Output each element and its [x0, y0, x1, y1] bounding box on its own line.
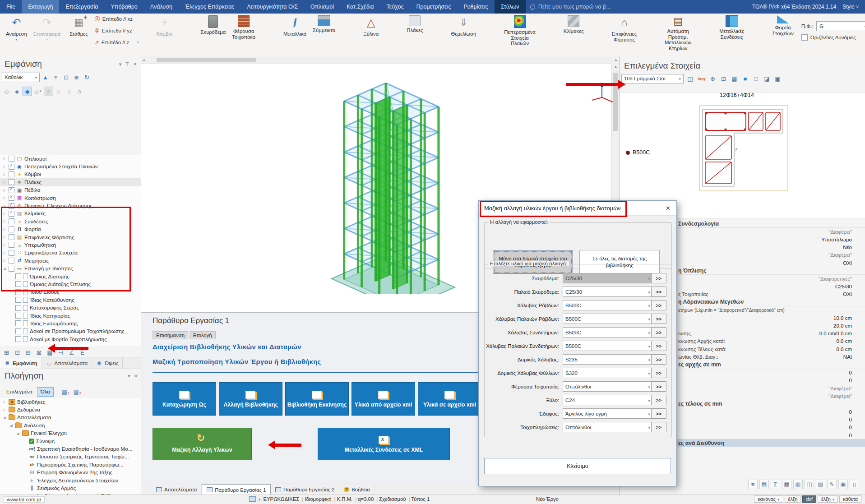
- more-options-button[interactable]: >>: [651, 341, 666, 351]
- more-options-button[interactable]: >>: [651, 408, 666, 419]
- panel-tab[interactable]: ≣ Εμφάνιση: [0, 357, 42, 369]
- redo-button[interactable]: ↷ Επαναφορά ▾: [30, 14, 64, 48]
- nav-tree-item[interactable]: ◢ Ανάλυση: [0, 421, 141, 429]
- chart-icon[interactable]: ▣: [838, 480, 848, 489]
- grid-icon[interactable]: ▦: [730, 74, 739, 83]
- tree-item[interactable]: Όμοιας Διάταξης Όπλισης: [0, 280, 141, 288]
- nav-tree-item[interactable]: ▷ B Βιβλιοθήκες: [0, 398, 141, 406]
- filter-button[interactable]: Όλα: [37, 387, 54, 397]
- material-combo[interactable]: C25/30: [563, 273, 653, 283]
- up-icon[interactable]: ▲: [41, 73, 50, 82]
- expander-icon[interactable]: ▷: [2, 172, 7, 176]
- visibility-checkbox[interactable]: [9, 242, 14, 248]
- expander-icon[interactable]: ▷: [2, 196, 7, 200]
- material-combo[interactable]: B500C: [563, 300, 653, 310]
- green-house-icon[interactable]: ⌂▾: [75, 87, 84, 96]
- library-action-button[interactable]: Υλικά από αρχείο xml: [352, 382, 415, 416]
- tree-item[interactable]: ▷ ▣ Πέδιλα: [0, 186, 141, 194]
- visibility-checkbox[interactable]: [9, 164, 14, 170]
- list-icon[interactable]: ≡: [748, 480, 758, 489]
- doc-icon[interactable]: ▯: [850, 480, 859, 489]
- ribbon-button[interactable]: Μεταλλικές Συνδέσεις: [716, 14, 747, 48]
- expander-icon[interactable]: ▷: [2, 408, 7, 412]
- copy-icon[interactable]: ▣: [773, 74, 782, 83]
- ribbon-button[interactable]: Πλάκες: [403, 14, 426, 48]
- visibility-checkbox[interactable]: [15, 336, 21, 342]
- visibility-checkbox[interactable]: [9, 227, 14, 232]
- ribbon-button[interactable]: + Κόμβοι: [153, 14, 176, 48]
- tree-item[interactable]: ▷ Π Φορτία: [0, 226, 141, 233]
- tree-item[interactable]: ▷ ⌂ Υπερωθητική: [0, 241, 141, 249]
- visibility-checkbox[interactable]: [9, 266, 14, 272]
- menu-item[interactable]: Οπλισμοί: [304, 0, 340, 14]
- properties-icon[interactable]: ▤: [45, 348, 55, 357]
- expander-icon[interactable]: ▷: [2, 243, 7, 247]
- menu-item[interactable]: Τεύχος: [380, 0, 410, 14]
- expander-icon[interactable]: ▷: [2, 219, 7, 223]
- chevron-down-icon[interactable]: ▾: [119, 61, 122, 67]
- layers-icon[interactable]: ▧: [816, 480, 825, 489]
- ribbon-button[interactable]: [338, 14, 360, 48]
- expander-icon[interactable]: ▷: [2, 180, 7, 184]
- nav-tree-item[interactable]: σε¦ Στρεπτική Ευαισθησία - Ισοδύναμο Μο.…: [0, 445, 141, 453]
- ribbon-button[interactable]: [747, 14, 769, 48]
- nav-tree-item[interactable]: ◢ Γενικοί Έλεγχοι: [0, 430, 141, 437]
- menu-item[interactable]: Έλεγχος Επάρκειας: [179, 0, 241, 14]
- frame-house-icon[interactable]: ⌂▾: [54, 87, 64, 96]
- chevron-down-icon[interactable]: ▾: [128, 373, 130, 379]
- zoom-window-icon[interactable]: ⊡: [61, 73, 71, 82]
- orbit-icon[interactable]: ↻: [82, 73, 92, 82]
- scroll-up-icon[interactable]: ▲: [612, 65, 620, 69]
- img-badge-icon[interactable]: img: [696, 74, 707, 83]
- tree-item[interactable]: ▷ ≈ Συνδέσεις: [0, 217, 141, 225]
- select-remove-icon[interactable]: ⊟: [23, 348, 33, 357]
- ribbon-button[interactable]: Σύμμεικτα: [310, 14, 338, 48]
- ribbon-button[interactable]: [259, 14, 280, 48]
- ribbon-button[interactable]: [539, 14, 560, 48]
- tree-item[interactable]: ▷ ∷ Εμφανιζόμενα Στοιχεία: [0, 249, 141, 257]
- material-combo[interactable]: B500C: [563, 314, 653, 324]
- mass-material-change-button[interactable]: Μαζική Αλλαγή Υλικών: [153, 428, 252, 460]
- visibility-checkbox[interactable]: [9, 218, 14, 224]
- horizontal-forces-checkbox[interactable]: [801, 34, 808, 41]
- tree-item[interactable]: ▷ ◉ Πεπερασμένα Στοιχεία Πλακών: [0, 162, 141, 170]
- expander-icon[interactable]: ▷: [2, 165, 7, 169]
- material-combo[interactable]: C25/30: [563, 287, 653, 297]
- library-action-button[interactable]: Καταχώρηση Ως: [153, 382, 216, 416]
- close-icon[interactable]: ✕: [663, 203, 672, 213]
- visibility-checkbox[interactable]: [9, 179, 14, 185]
- ribbon-button[interactable]: Φορτία Στοιχείων: [769, 14, 796, 48]
- chevron-down-icon[interactable]: [259, 496, 261, 502]
- ribbon-button[interactable]: [640, 14, 661, 48]
- tree-item[interactable]: ◢ ≔ Επιλογή με Ιδιότητες: [0, 264, 141, 272]
- tree-item[interactable]: Ίδιας Κατηγορίας: [0, 312, 141, 319]
- visibility-checkbox[interactable]: [15, 313, 21, 319]
- menu-item[interactable]: Υπόβαθρο: [104, 0, 143, 14]
- expander-icon[interactable]: ◢: [2, 267, 7, 271]
- expand-icon[interactable]: ◫: [685, 74, 695, 83]
- window-tab[interactable]: Παράθυρο Εργασίας 2: [271, 484, 339, 495]
- scrollbar-thumb[interactable]: [157, 58, 256, 62]
- ribbon-button[interactable]: ▤ Αυτόματη Προσομ. Μεταλλικών Κτηρίων: [661, 14, 694, 48]
- material-combo[interactable]: Οπτόλινθοι: [563, 422, 653, 432]
- expander-icon[interactable]: ◢: [15, 431, 20, 435]
- menu-item[interactable]: Εισαγωγή: [22, 0, 59, 14]
- steel-connections-xml-button[interactable]: Μεταλλικές Συνδέσεις σε XML: [318, 428, 450, 460]
- visibility-checkbox[interactable]: [9, 258, 14, 264]
- select-e-icon[interactable]: Ε: [78, 348, 87, 357]
- tree-item[interactable]: ▷ + Κόμβοι: [0, 171, 141, 178]
- menu-item[interactable]: Ρυθμίσεις: [457, 0, 494, 14]
- visibility-checkbox[interactable]: [15, 281, 21, 287]
- dialog-titlebar[interactable]: Μαζική αλλαγή υλικών έργου ή βιβλιοθήκης…: [479, 201, 676, 216]
- window-tab[interactable]: ? Βοήθεια: [339, 484, 375, 495]
- expander-icon[interactable]: ◢: [9, 423, 14, 427]
- tree-item[interactable]: ▷ ▨ Κλίμακες: [0, 210, 141, 217]
- pin-icon[interactable]: ⊤: [125, 61, 130, 67]
- close-icon[interactable]: ✕: [134, 373, 138, 379]
- filter-button[interactable]: Επιλεγμένα: [3, 387, 36, 397]
- material-combo[interactable]: C24: [563, 395, 653, 405]
- snap-button[interactable]: έλξη: [818, 495, 838, 503]
- wire-cube-icon[interactable]: □: [751, 74, 761, 83]
- tree-item[interactable]: ▷ ▢ Οπλισμοί: [0, 155, 141, 162]
- ribbon-button[interactable]: [694, 14, 716, 48]
